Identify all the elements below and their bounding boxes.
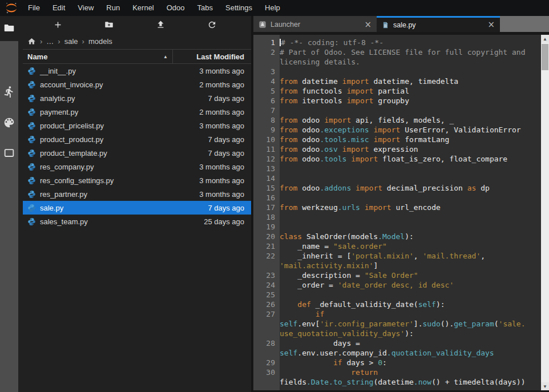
code-line: 5from functools import partial — [253, 86, 541, 96]
code-line: fields.Date.to_string(datetime.now() + t… — [253, 377, 541, 387]
breadcrumb-item[interactable]: … — [46, 37, 54, 46]
sort-ascending-icon[interactable]: ▲ — [163, 54, 168, 59]
file-row[interactable]: payment.py2 months ago — [23, 105, 251, 119]
menu-tabs[interactable]: Tabs — [191, 0, 219, 16]
file-row[interactable]: __init__.py3 months ago — [23, 64, 251, 78]
editor-panel: Launcher × sale.py × 1# -*- coding: utf-… — [253, 16, 549, 392]
code-line: 26 def _default_validity_date(self): — [253, 300, 541, 309]
line-number: 1 — [253, 38, 275, 47]
code-text: licensing details. — [275, 57, 360, 67]
close-icon[interactable]: × — [364, 21, 372, 29]
line-number — [253, 348, 275, 358]
menu-help[interactable]: Help — [259, 0, 286, 16]
file-modified: 7 days ago — [208, 94, 251, 103]
upload-button[interactable] — [148, 17, 173, 32]
code-text: _name = "sale.order" — [275, 241, 387, 251]
code-line: 11from odoo.osv import expression — [253, 144, 541, 154]
code-line: 6from itertools import groupby — [253, 96, 541, 106]
menu-edit[interactable]: Edit — [46, 0, 71, 16]
scroll-down-icon[interactable]: ▼ — [541, 382, 549, 390]
code-text: if — [275, 309, 324, 319]
code-text: from odoo.tools.misc import formatLang — [275, 135, 449, 144]
code-line: 16 — [253, 193, 541, 203]
menu-file[interactable]: File — [22, 0, 46, 16]
line-number: 3 — [253, 67, 275, 76]
code-line: self.env.user.company_id.quotation_valid… — [253, 348, 541, 358]
menu-view[interactable]: View — [71, 0, 100, 16]
code-text: def _default_validity_date(self): — [275, 300, 445, 309]
code-line: 15from odoo.addons import decimal_precis… — [253, 183, 541, 193]
code-line: 19 — [253, 222, 541, 232]
code-text: use_quotation_validity_days'): — [275, 329, 414, 338]
code-line: 24 _order = 'date_order desc, id desc' — [253, 280, 541, 290]
file-row[interactable]: product_template.py7 days ago — [23, 146, 251, 160]
code-line: 4from datetime import datetime, timedelt… — [253, 76, 541, 86]
file-name: account_invoice.py — [40, 80, 199, 89]
file-row[interactable]: product_product.py7 days ago — [23, 132, 251, 146]
menu-kernel[interactable]: Kernel — [126, 0, 160, 16]
folder-icon[interactable] — [3, 22, 15, 34]
file-name: sale.py — [40, 204, 208, 212]
file-row[interactable]: analytic.py7 days ago — [23, 91, 251, 105]
file-name: analytic.py — [40, 94, 208, 103]
file-row[interactable]: res_config_settings.py3 months ago — [23, 173, 251, 187]
file-list-header: Name ▲ Last Modified — [23, 49, 251, 64]
column-header-modified[interactable]: Last Modified — [173, 52, 251, 61]
code-text — [275, 290, 280, 300]
code-text: # -*- coding: utf-8 -*- — [275, 38, 384, 47]
code-line: 10from odoo.tools.misc import formatLang — [253, 135, 541, 144]
file-row[interactable]: account_invoice.py2 months ago — [23, 78, 251, 91]
menu-odoo[interactable]: Odoo — [160, 0, 191, 16]
code-line: 'mail.activity.mixin'] — [253, 261, 541, 270]
line-number: 13 — [253, 164, 275, 173]
python-file-icon — [27, 135, 36, 144]
code-line: 3 — [253, 67, 541, 76]
refresh-button[interactable] — [199, 17, 224, 32]
code-text — [275, 106, 280, 115]
code-line: 14 — [253, 173, 541, 183]
menu-settings[interactable]: Settings — [219, 0, 259, 16]
new-folder-button[interactable] — [96, 17, 122, 32]
new-launcher-button[interactable] — [45, 17, 70, 32]
file-row[interactable]: res_company.py3 months ago — [23, 160, 251, 173]
code-text: from functools import partial — [275, 86, 409, 96]
tab-sale-py[interactable]: sale.py × — [377, 16, 500, 32]
file-row[interactable]: product_pricelist.py3 months ago — [23, 119, 251, 132]
editor-scrollbar[interactable]: ▲ ▼ — [541, 35, 549, 390]
python-file-icon — [27, 217, 36, 226]
breadcrumb-item[interactable]: sale — [64, 37, 78, 46]
line-number: 28 — [253, 338, 275, 348]
home-icon[interactable] — [27, 37, 36, 46]
file-modified: 2 months ago — [199, 80, 251, 89]
running-man-icon[interactable] — [3, 86, 15, 98]
scrollbar-thumb[interactable] — [542, 44, 548, 70]
code-text: if days > 0: — [275, 358, 387, 367]
file-name: product_pricelist.py — [40, 122, 199, 130]
file-row[interactable]: sales_team.py25 days ago — [23, 215, 251, 228]
close-icon[interactable]: × — [487, 21, 495, 29]
breadcrumb-item[interactable]: models — [88, 37, 112, 46]
file-modified: 25 days ago — [204, 217, 251, 226]
file-modified: 3 months ago — [199, 176, 251, 185]
scroll-up-icon[interactable]: ▲ — [541, 35, 549, 43]
line-number: 8 — [253, 115, 275, 125]
palette-icon[interactable] — [3, 116, 15, 129]
line-number — [253, 261, 275, 270]
tab-launcher[interactable]: Launcher × — [253, 16, 377, 32]
file-browser-toolbar — [18, 16, 251, 33]
python-file-icon — [27, 67, 36, 75]
file-row[interactable]: sale.py7 days ago — [23, 201, 251, 215]
file-name: __init__.py — [40, 67, 199, 75]
line-number — [253, 57, 275, 67]
code-text: days = — [275, 338, 360, 348]
code-editor[interactable]: 1# -*- coding: utf-8 -*-2# Part of Odoo.… — [253, 35, 541, 390]
code-text: 'mail.activity.mixin'] — [275, 261, 378, 270]
tabs-icon[interactable] — [3, 147, 15, 159]
line-number: 24 — [253, 280, 275, 290]
column-header-name[interactable]: Name ▲ — [23, 50, 173, 63]
file-row[interactable]: res_partner.py3 months ago — [23, 187, 251, 201]
code-text: class SaleOrder(models.Model): — [275, 232, 414, 241]
code-text: from odoo.tools import float_is_zero, fl… — [275, 154, 507, 164]
menu-run[interactable]: Run — [100, 0, 126, 16]
tab-label: Launcher — [271, 21, 300, 29]
